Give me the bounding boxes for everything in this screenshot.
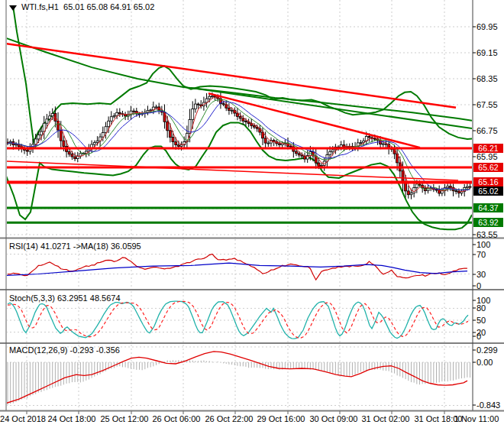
macd-axis-label: -0.843 bbox=[477, 400, 500, 410]
time-axis-label: 24 Oct 18:00 bbox=[48, 414, 96, 423]
stoch-axis-label: 0 bbox=[477, 332, 481, 341]
chart-window: WTI.fs,H1 65.01 65.08 64.91 65.02 RSI(14… bbox=[0, 0, 504, 428]
price-level-label-resistance: 65.62 bbox=[473, 163, 503, 172]
price-axis-label: 63.55 bbox=[477, 230, 498, 239]
rsi-axis-label: 70 bbox=[477, 250, 486, 259]
price-level-label-resistance: 66.21 bbox=[473, 144, 503, 153]
macd-axis-label: 0.299 bbox=[477, 345, 498, 355]
time-axis-label: 1 Nov 11:00 bbox=[454, 414, 499, 423]
price-axis-label: 66.75 bbox=[477, 126, 498, 135]
price-axis-label: 67.55 bbox=[477, 100, 498, 109]
time-axis-label: 31 Oct 02:00 bbox=[362, 414, 410, 423]
rsi-axis-label: 100 bbox=[477, 240, 490, 249]
chart-symbol-timeframe: WTI.fs,H1 bbox=[21, 2, 59, 11]
time-axis-label: 25 Oct 12:00 bbox=[101, 414, 149, 423]
chart-title: WTI.fs,H1 65.01 65.08 64.91 65.02 bbox=[9, 2, 154, 11]
price-level-label-current-price: 65.02 bbox=[473, 186, 503, 196]
stoch-axis-label: 50 bbox=[477, 316, 486, 325]
time-axis-label: 30 Oct 09:00 bbox=[310, 414, 358, 423]
symbol-dropdown-icon[interactable] bbox=[9, 5, 17, 11]
price-axis-label: 69.15 bbox=[477, 48, 498, 57]
price-level-label-resistance: 65.16 bbox=[473, 177, 503, 186]
time-axis-label: 26 Oct 06:00 bbox=[153, 414, 201, 423]
stoch-axis-label: 80 bbox=[477, 303, 486, 313]
time-axis-label: 26 Oct 22:00 bbox=[205, 414, 254, 423]
time-axis-label: 29 Oct 16:00 bbox=[257, 414, 305, 423]
price-axis-label: 69.95 bbox=[477, 22, 498, 31]
price-level-label-support: 64.37 bbox=[473, 203, 503, 212]
price-axis-label: 68.35 bbox=[477, 74, 498, 83]
price-level-label-support: 63.92 bbox=[473, 218, 503, 227]
rsi-axis-label: 30 bbox=[477, 270, 486, 279]
time-axis-label: 24 Oct 2018 bbox=[0, 414, 46, 423]
rsi-indicator-label: RSI(14) 41.0271 ->MA(18) 36.0595 bbox=[9, 242, 141, 251]
rsi-axis-label: 0 bbox=[477, 281, 481, 290]
macd-axis-label: 0.00 bbox=[477, 358, 493, 367]
chart-ohlc-values: 65.01 65.08 64.91 65.02 bbox=[63, 2, 154, 11]
stochastic-indicator-label: Stoch(5,3,3) 63.2951 48.5674 bbox=[9, 293, 121, 303]
macd-indicator-label: MACD(12,26,9) -0.293 -0.356 bbox=[9, 345, 120, 355]
price-axis-label: 65.95 bbox=[477, 152, 498, 161]
main-chart[interactable] bbox=[0, 0, 504, 428]
